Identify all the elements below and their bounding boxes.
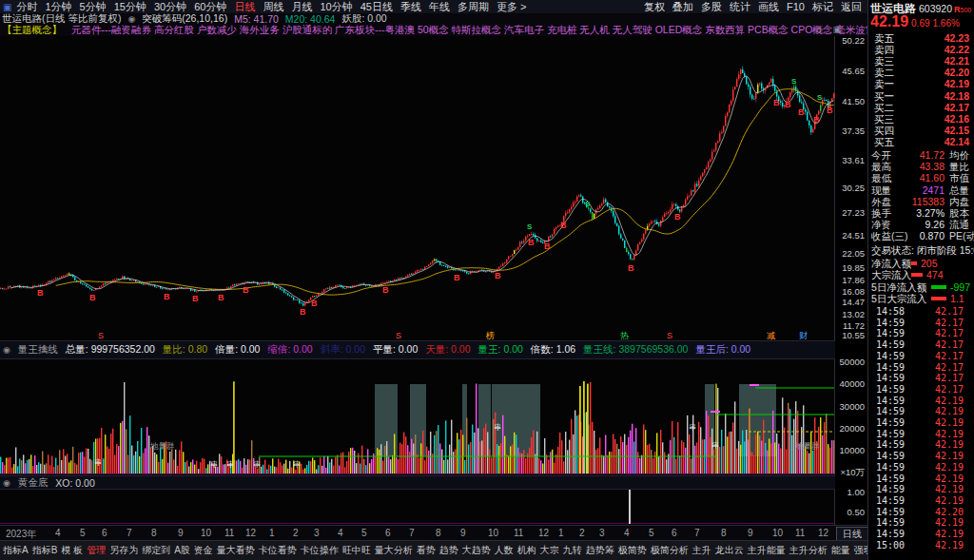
toolbar-item-趋势筹[interactable]: 趋势筹 (586, 544, 614, 557)
period-tab-季线[interactable]: 季线 (400, 0, 421, 14)
toolbar-item-极简势[interactable]: 极简势 (618, 544, 647, 557)
chuan-mark: 串 (226, 460, 234, 469)
volume-spike-bar (579, 386, 581, 473)
ask-row[interactable]: 卖五42.23 (868, 32, 974, 44)
indicator-field: 天量: 0.00 (425, 343, 470, 357)
tick-price: 42.19 (914, 429, 964, 439)
period-tab-更多 >[interactable]: 更多 > (497, 0, 526, 14)
bid-row[interactable]: 买二42.17 (868, 102, 974, 113)
toolbar-item-旺中旺[interactable]: 旺中旺 (342, 544, 371, 557)
tick-row: 14:5942.19 (868, 417, 974, 429)
buy-mark: B (827, 106, 833, 115)
toolbar-item-资金[interactable]: 资金 (194, 544, 213, 557)
tick-time: 14:58 (876, 306, 905, 317)
volume-highlight-box (410, 384, 426, 456)
indicator-field: 总量: 999756352.00 (66, 343, 155, 357)
toolbar-item-指标B[interactable]: 指标B (32, 544, 58, 557)
toolbar-item-能量[interactable]: 能量 (831, 544, 850, 557)
concept-list[interactable]: 元器件---融资融券 高分红股 户数减少 海外业务 沪股通标的 广东板块---粤… (71, 25, 869, 36)
period-tab-月线[interactable]: 月线 (291, 0, 312, 14)
toolbar-item-九转[interactable]: 九转 (563, 544, 582, 557)
menu-item-多股[interactable]: 多股 (701, 0, 722, 14)
menu-item-统计[interactable]: 统计 (730, 0, 750, 14)
ask-row[interactable]: 卖三42.21 (868, 55, 974, 67)
bid-row[interactable]: 买三42.16 (868, 113, 974, 125)
bid-row[interactable]: 买一42.18 (868, 90, 974, 102)
ask-row[interactable]: 卖二42.20 (868, 67, 974, 78)
axis-month-label: 4 (338, 528, 343, 538)
toolbar-item-模 板[interactable]: 模 板 (61, 544, 83, 557)
tick-row: 14:5942.17 (868, 318, 974, 329)
toolbar-item-A股[interactable]: A股 (174, 544, 190, 557)
sell-mark: S (585, 200, 591, 208)
toolbar-item-龙出云[interactable]: 龙出云 (715, 544, 744, 557)
collapse-icon[interactable]: ◉ (127, 14, 135, 24)
bid-row[interactable]: 买四42.15 (868, 125, 974, 136)
toolbar-item-主升分析[interactable]: 主升分析 (789, 544, 828, 557)
axis-month-label: 7 (127, 528, 132, 538)
money-flow-row: 大宗流入474 (868, 269, 974, 280)
axis-month-label: 10 (772, 528, 783, 538)
menu-item-叠加[interactable]: 叠加 (672, 0, 693, 14)
menu-item-返回[interactable]: 返回 (841, 0, 862, 14)
toolbar-item-大宗[interactable]: 大宗 (540, 544, 559, 557)
toolbar-item-主升能量[interactable]: 主升能量 (748, 544, 786, 557)
toolbar-item-指标A[interactable]: 指标A (3, 544, 29, 557)
indicator-field: XO: 0.00 (55, 477, 94, 489)
flow-bar-icon (931, 285, 946, 289)
period-tab-周线[interactable]: 周线 (263, 0, 283, 14)
bid-label: 买五 (874, 136, 894, 149)
menu-item-标记[interactable]: 标记 (812, 0, 833, 14)
info-label-2: PE(动) (949, 230, 974, 243)
toolbar-item-主升[interactable]: 主升 (692, 544, 711, 557)
ask-price: 42.23 (916, 32, 969, 44)
toolbar-item-量大看势[interactable]: 量大看势 (217, 544, 255, 557)
bid-row[interactable]: 买五42.14 (868, 136, 974, 147)
tick-time: 14:59 (876, 507, 905, 517)
toolbar-item-看势[interactable]: 看势 (417, 544, 436, 557)
axis-month-label: 6 (672, 528, 677, 538)
menu-item-复权[interactable]: 复权 (644, 0, 665, 14)
buy-mark: B (454, 273, 460, 282)
diliangqun-label: 地量群 (149, 441, 175, 451)
ask-row[interactable]: 卖一42.19 (868, 78, 974, 89)
ma20-value: M20: 40.64 (285, 13, 336, 25)
bid-price: 42.16 (916, 113, 969, 125)
axis-month-label: 5 (649, 528, 654, 538)
ask-row[interactable]: 卖四42.22 (868, 44, 974, 55)
toolbar-item-量大分析[interactable]: 量大分析 (375, 544, 413, 557)
period-tab-日线[interactable]: 日线 (234, 0, 255, 14)
price-change: 0.69 (911, 18, 929, 29)
candlestick-chart[interactable]: BBBBBBBBBBBBBBBBBBBBBSSSSSS榜热S减财串串串串串串串串… (0, 36, 835, 531)
toolbar-item-人数[interactable]: 人数 (495, 544, 514, 557)
collapse-icon[interactable]: ◉ (3, 345, 10, 355)
ask-label: 卖一 (874, 78, 894, 91)
toolbar-item-极简分析[interactable]: 极简分析 (651, 544, 689, 557)
period-box[interactable]: 日线 (836, 527, 868, 541)
toolbar-item-管理[interactable]: 管理 (87, 544, 106, 557)
menu-item-画线[interactable]: 画线 (758, 0, 779, 14)
gold-axis-label: 1.00 (835, 487, 865, 497)
tick-row: 14:5942.19 (868, 529, 974, 540)
toolbar-item-另存为[interactable]: 另存为 (109, 544, 138, 557)
period-tab-年线[interactable]: 年线 (429, 0, 450, 14)
main-indicator-name: 突破筹码(26,10,16) (142, 12, 227, 26)
event-tag: S (98, 331, 104, 340)
toolbar-item-绑定到[interactable]: 绑定到 (142, 544, 170, 557)
toolbar-item-趋势[interactable]: 趋势 (439, 544, 458, 557)
tick-row: 14:5942.17 (868, 328, 974, 339)
tick-price: 42.19 (914, 462, 964, 473)
window-icon[interactable]: ▣ (3, 2, 11, 12)
toolbar-item-机构[interactable]: 机构 (517, 544, 536, 557)
tick-price: 42.20 (914, 507, 964, 517)
collapse-icon[interactable]: ◉ (3, 478, 10, 488)
tick-row: 14:5942.19 (868, 451, 974, 462)
mini-toggle-icons[interactable]: ◇ ▣ (816, 25, 845, 34)
tick-price: 42.19 (914, 540, 964, 550)
toolbar-item-卡位操作[interactable]: 卡位操作 (301, 544, 339, 557)
buy-mark: B (311, 299, 318, 308)
menu-item-F10[interactable]: F10 (787, 1, 805, 12)
toolbar-item-大趋势[interactable]: 大趋势 (462, 544, 491, 557)
period-tab-多周期[interactable]: 多周期 (458, 0, 489, 14)
toolbar-item-卡位看势[interactable]: 卡位看势 (259, 544, 297, 557)
